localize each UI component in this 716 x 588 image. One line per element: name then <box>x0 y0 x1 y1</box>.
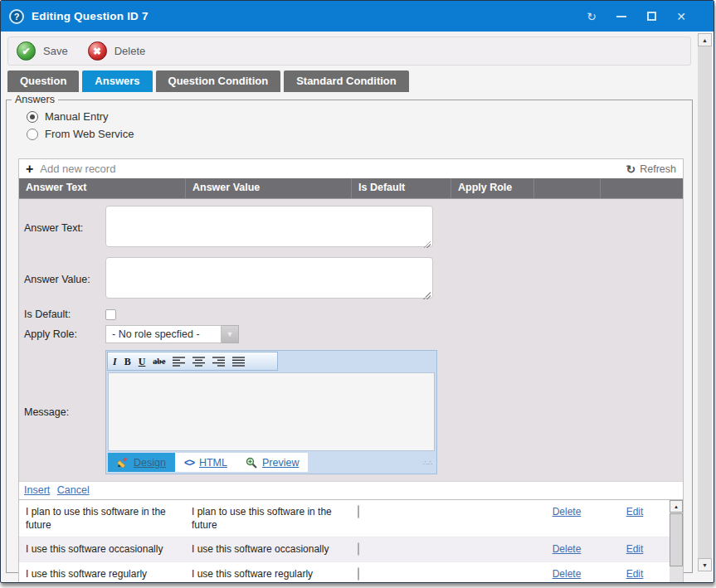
cell-answer-value: I use this software regularly <box>185 562 351 583</box>
edit-link[interactable]: Edit <box>626 568 644 580</box>
resize-grip-icon[interactable] <box>423 241 431 248</box>
refresh-icon: ↻ <box>626 163 636 176</box>
is-default-checkbox[interactable] <box>358 542 359 556</box>
cell-is-default <box>351 500 451 537</box>
html-mode-tab[interactable]: <> HTML <box>175 453 236 472</box>
resize-grip-icon[interactable] <box>423 292 431 299</box>
is-default-label: Is Default: <box>24 309 105 320</box>
refresh-window-icon[interactable]: ↻ <box>582 8 601 25</box>
dropdown-arrow-icon[interactable]: ▼ <box>222 325 239 343</box>
align-center-icon[interactable] <box>192 357 205 367</box>
delete-link[interactable]: Delete <box>553 543 582 555</box>
apply-role-label: Apply Role: <box>24 328 105 340</box>
cell-delete: Delete <box>533 500 600 537</box>
answer-text-row: Answer Text: <box>24 206 683 250</box>
cell-answer-text: I plan to use this software in the futur… <box>19 500 185 537</box>
is-default-checkbox[interactable] <box>358 505 359 518</box>
editor-resize-grip-icon[interactable]: ∴∴ <box>423 462 431 469</box>
table-row[interactable]: I use this software occasionally I use t… <box>19 537 670 561</box>
column-answer-text[interactable]: Answer Text <box>19 178 185 198</box>
grid-header: Answer Text Answer Value Is Default Appl… <box>19 178 683 198</box>
maximize-icon[interactable] <box>642 8 660 25</box>
column-apply-role[interactable]: Apply Role <box>451 178 533 198</box>
answer-value-input[interactable] <box>105 257 433 299</box>
delete-link[interactable]: Delete <box>553 506 582 518</box>
minimize-icon[interactable] <box>612 8 631 25</box>
action-toolbar: ✔ Save ✖ Delete <box>7 36 691 66</box>
grid-scroll-up-button[interactable]: ▲ <box>670 500 683 513</box>
radio-unselected-icon[interactable] <box>27 129 38 140</box>
radio-selected-icon[interactable] <box>27 111 38 123</box>
save-label: Save <box>43 45 68 57</box>
design-mode-tab[interactable]: Design <box>108 453 175 472</box>
add-new-record-button[interactable]: Add new record <box>40 163 115 175</box>
cell-answer-text: I use this software regularly <box>19 562 185 583</box>
magnifier-icon <box>246 457 257 469</box>
design-label: Design <box>134 457 166 469</box>
delete-button[interactable]: ✖ Delete <box>88 41 146 61</box>
tab-standard-condition[interactable]: Standard Condition <box>284 70 409 92</box>
cell-answer-value: I plan to use this software in the futur… <box>185 500 351 537</box>
align-left-icon[interactable] <box>173 357 185 367</box>
save-button[interactable]: ✔ Save <box>17 41 68 61</box>
tab-question-condition[interactable]: Question Condition <box>156 70 281 92</box>
pencil-icon <box>117 457 129 468</box>
answer-value-row: Answer Value: <box>24 257 683 302</box>
cell-edit: Edit <box>600 562 670 583</box>
answer-value-label: Answer Value: <box>24 274 105 285</box>
help-icon[interactable]: ? <box>9 9 24 24</box>
editor-content-area[interactable] <box>108 372 435 451</box>
cell-delete: Delete <box>533 537 600 561</box>
preview-mode-tab[interactable]: Preview <box>236 453 308 472</box>
underline-button[interactable]: U <box>139 357 146 367</box>
is-default-checkbox[interactable] <box>105 309 116 320</box>
window-title: Editing Question ID 7 <box>32 10 149 22</box>
column-empty-2 <box>600 178 683 198</box>
message-rich-editor: I B U abe <box>105 350 437 474</box>
cell-edit: Edit <box>600 500 670 537</box>
cancel-link[interactable]: Cancel <box>57 484 90 496</box>
cell-answer-value: I use this software occasionally <box>185 537 351 561</box>
scroll-down-button[interactable]: ▼ <box>698 558 712 571</box>
close-icon[interactable]: ✕ <box>672 8 690 25</box>
grid-scroll-thumb[interactable] <box>670 513 683 566</box>
table-row[interactable]: I use this software regularly I use this… <box>19 561 670 583</box>
justify-icon[interactable] <box>232 357 245 367</box>
edit-link[interactable]: Edit <box>626 506 644 518</box>
scroll-up-button[interactable]: ▲ <box>698 33 712 46</box>
is-default-row: Is Default: <box>24 309 683 320</box>
tab-answers[interactable]: Answers <box>82 70 152 92</box>
apply-role-value: - No role specfied - <box>105 325 222 343</box>
answer-text-input[interactable] <box>105 206 433 247</box>
grid-command-bar: + Add new record ↻ Refresh <box>19 159 683 178</box>
edit-link[interactable]: Edit <box>626 543 644 555</box>
cell-edit: Edit <box>600 537 670 561</box>
refresh-grid-button[interactable]: ↻ Refresh <box>626 163 676 176</box>
apply-role-dropdown[interactable]: - No role specfied - ▼ <box>105 325 239 343</box>
window-vertical-scrollbar[interactable]: ▲ ▼ <box>698 33 712 571</box>
refresh-label: Refresh <box>640 163 676 175</box>
column-empty-1 <box>533 178 600 198</box>
align-right-icon[interactable] <box>212 357 225 367</box>
editor-toolbar: I B U abe <box>107 352 278 371</box>
grid-vertical-scrollbar[interactable]: ▲ ▼ <box>670 500 683 583</box>
from-web-service-label: From Web Service <box>45 128 134 140</box>
edit-form-footer: Insert Cancel <box>19 481 683 499</box>
answers-legend: Answers <box>12 94 58 105</box>
message-row: Message: I B U abe <box>24 350 683 474</box>
strikethrough-button[interactable]: abe <box>153 357 165 366</box>
insert-link[interactable]: Insert <box>24 484 50 496</box>
radio-from-web-service[interactable]: From Web Service <box>27 128 692 140</box>
column-answer-value[interactable]: Answer Value <box>185 178 351 198</box>
tab-question[interactable]: Question <box>7 70 79 92</box>
column-is-default[interactable]: Is Default <box>351 178 451 198</box>
title-bar: ? Editing Question ID 7 ↻ ✕ <box>1 1 714 32</box>
radio-manual-entry[interactable]: Manual Entry <box>27 110 692 123</box>
bold-button[interactable]: B <box>124 357 131 367</box>
delete-link[interactable]: Delete <box>553 568 582 580</box>
edit-form: Answer Text: Answer Value: Is Default: <box>19 198 683 481</box>
editor-mode-tabs: Design <> HTML <box>106 452 436 474</box>
italic-button[interactable]: I <box>113 357 117 367</box>
is-default-checkbox[interactable] <box>358 567 359 581</box>
table-row[interactable]: I plan to use this software in the futur… <box>19 500 670 537</box>
